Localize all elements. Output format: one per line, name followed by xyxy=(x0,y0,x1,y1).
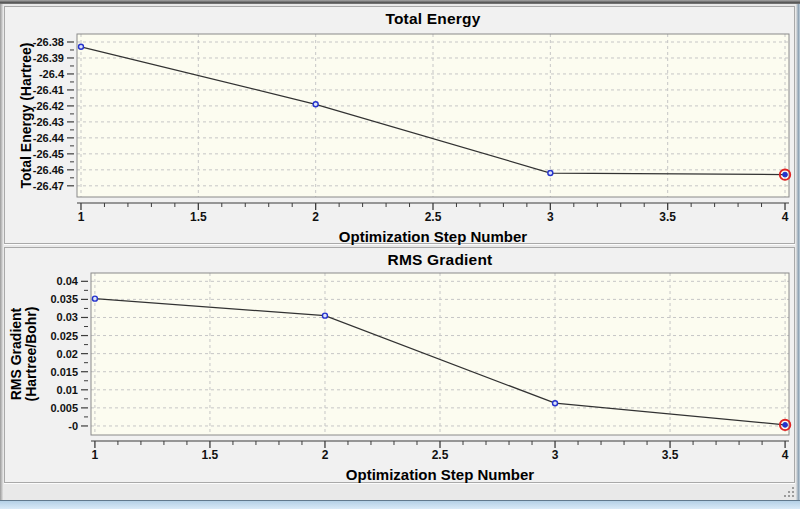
tick-label: -26.46 xyxy=(33,164,64,176)
data-point[interactable] xyxy=(322,313,327,318)
tick-label: 3.5 xyxy=(662,448,679,462)
tick-label: 2.5 xyxy=(432,448,449,462)
selected-data-point[interactable] xyxy=(783,422,788,427)
tick-label: -26.44 xyxy=(33,132,65,144)
tick-label: -26.43 xyxy=(33,116,64,128)
tick-label: 1 xyxy=(92,448,99,462)
tick-label: 0.035 xyxy=(50,293,78,305)
tick-label: 0.01 xyxy=(57,384,78,396)
window-right-border xyxy=(796,4,800,500)
x-axis-label-bottom: Optimization Step Number xyxy=(91,466,789,484)
tick-label: 1 xyxy=(78,210,85,224)
tick-label: 3 xyxy=(552,448,559,462)
data-point[interactable] xyxy=(78,44,83,49)
tick-label: -26.38 xyxy=(33,36,64,48)
window-left-border xyxy=(0,4,3,500)
tick-label: 2.5 xyxy=(425,210,442,224)
data-point[interactable] xyxy=(548,171,553,176)
tick-label: 0.03 xyxy=(57,311,78,323)
total-energy-plot[interactable]: -26.38-26.39-26.4-26.41-26.42-26.43-26.4… xyxy=(5,7,794,243)
selected-data-point[interactable] xyxy=(783,172,788,177)
data-point[interactable] xyxy=(313,102,318,107)
tick-label: -26.4 xyxy=(39,68,65,80)
rms-gradient-plot[interactable]: 0.040.0350.030.0250.020.0150.010.005-011… xyxy=(5,248,794,482)
total-energy-chart-panel: Total Energy Total Energy (Hartree) -26.… xyxy=(4,6,795,244)
window-bottom-border xyxy=(0,500,800,509)
tick-label: 0.04 xyxy=(57,275,79,287)
resize-grip-icon[interactable] xyxy=(782,485,795,498)
tick-label: -0 xyxy=(68,420,78,432)
tick-label: 1.5 xyxy=(202,448,219,462)
tick-label: 0.025 xyxy=(50,330,78,342)
tick-label: 4 xyxy=(782,210,789,224)
tick-label: 0.005 xyxy=(50,402,78,414)
tick-label: 3 xyxy=(547,210,554,224)
tick-label: 2 xyxy=(322,448,329,462)
window-top-border xyxy=(0,0,800,4)
rms-gradient-chart-panel: RMS Gradient RMS Gradient (Hartree/Bohr)… xyxy=(4,247,795,483)
tick-label: -26.47 xyxy=(33,180,64,192)
tick-label: 3.5 xyxy=(659,210,676,224)
tick-label: -26.42 xyxy=(33,100,64,112)
tick-label: -26.45 xyxy=(33,148,64,160)
tick-label: 4 xyxy=(782,448,789,462)
tick-label: 2 xyxy=(312,210,319,224)
data-point[interactable] xyxy=(92,296,97,301)
tick-label: 0.02 xyxy=(57,348,78,360)
tick-label: -26.39 xyxy=(33,52,64,64)
x-axis-label-top: Optimization Step Number xyxy=(77,228,789,246)
tick-label: 0.015 xyxy=(50,366,78,378)
data-point[interactable] xyxy=(553,401,558,406)
tick-label: -26.41 xyxy=(33,84,64,96)
tick-label: 1.5 xyxy=(190,210,207,224)
